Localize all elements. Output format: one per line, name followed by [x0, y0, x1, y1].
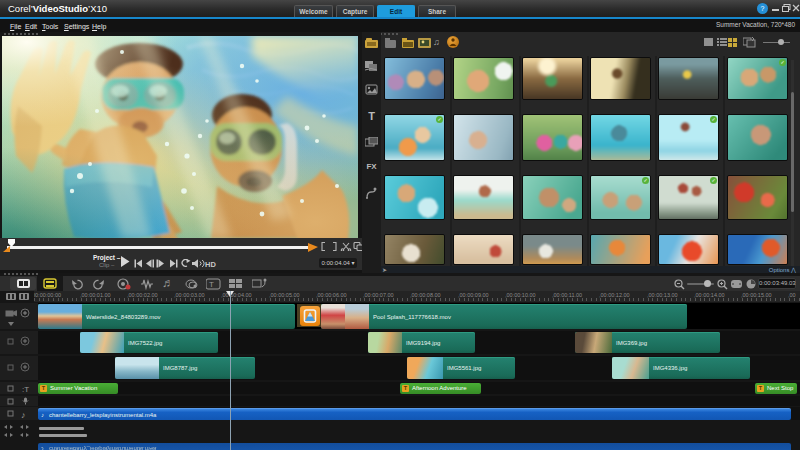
svg-text:T: T	[209, 280, 214, 289]
svg-text:HD: HD	[205, 260, 216, 269]
svg-text:♪: ♪	[21, 410, 26, 420]
svg-text::T: :T	[22, 385, 29, 394]
